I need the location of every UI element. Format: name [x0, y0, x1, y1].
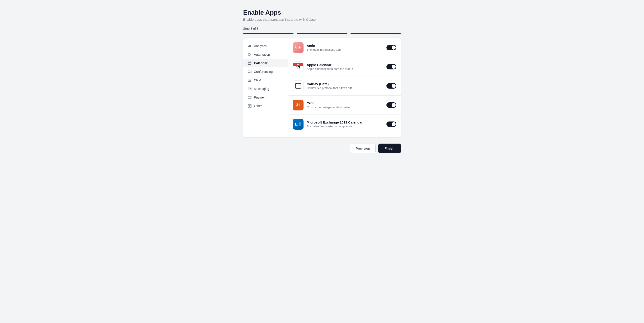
svg-point-6 [250, 55, 251, 56]
grid-icon [248, 104, 252, 108]
payment-icon [248, 95, 252, 100]
amie-icon: Amie [293, 42, 304, 53]
apple-calendar-desc: Apple calendar runs both the macO... [307, 67, 383, 70]
svg-point-4 [250, 53, 251, 54]
exchange-toggle[interactable] [386, 122, 396, 127]
content-area: Amie Amie The joyful productivity app JU… [288, 38, 401, 137]
exchange-icon: E [293, 119, 304, 130]
cron-name: Cron [307, 101, 383, 105]
sidebar-item-analytics-label: Analytics [254, 44, 266, 48]
step-bar-2 [297, 33, 347, 34]
sidebar-item-analytics[interactable]: Analytics [243, 42, 288, 50]
sidebar-item-payment[interactable]: Payment [243, 93, 288, 102]
sidebar: Analytics Automation [243, 38, 288, 137]
caldav-desc: Caldav is a protocol that allows diff... [307, 86, 383, 90]
sidebar-item-conferencing-label: Conferencing [254, 70, 273, 74]
apple-calendar-name: Apple Calendar [307, 63, 383, 67]
amie-info: Amie The joyful productivity app [307, 44, 383, 52]
amie-icon-text: Amie [295, 46, 301, 49]
sidebar-item-other-label: Other [254, 104, 262, 108]
sidebar-item-crm[interactable]: CRM [243, 76, 288, 84]
app-row-caldav: CalDav (Beta) Caldav is a protocol that … [288, 76, 401, 96]
caldav-toggle[interactable] [386, 83, 396, 88]
apple-calendar-info: Apple Calendar Apple calendar runs both … [307, 63, 383, 70]
sidebar-item-messaging-label: Messaging [254, 87, 269, 90]
app-row-exchange: E Microsoft Exchange 2013 Calendar For c… [288, 115, 401, 134]
svg-rect-27 [296, 84, 301, 88]
exchange-name: Microsoft Exchange 2013 Calendar [307, 120, 383, 124]
header: Enable Apps Enable apps that users can i… [243, 9, 401, 22]
svg-rect-25 [248, 106, 250, 108]
cron-icon-text: 31 [296, 103, 300, 107]
amie-toggle[interactable] [386, 45, 396, 50]
sidebar-item-messaging[interactable]: Messaging [243, 84, 288, 93]
svg-text:E: E [295, 122, 298, 126]
sidebar-item-conferencing[interactable]: Conferencing [243, 68, 288, 76]
sidebar-item-payment-label: Payment [254, 96, 266, 99]
cron-desc: Cron is the next-generation calend... [307, 106, 383, 109]
exchange-desc: For calendars hosted on on-premis... [307, 125, 383, 128]
step-label: Step 3 of 3 [243, 27, 401, 30]
page-title: Enable Apps [243, 9, 401, 16]
svg-rect-15 [248, 71, 250, 72]
video-icon [248, 70, 252, 74]
svg-rect-0 [248, 46, 249, 47]
app-row-apple-calendar: JUL 17 Apple Calendar Apple calendar run… [288, 57, 401, 76]
bar-chart-icon [248, 44, 252, 48]
step-bars [243, 33, 401, 34]
crm-icon [248, 78, 252, 82]
step-bar-1 [243, 33, 294, 34]
footer: Prev step Finish [243, 144, 401, 153]
svg-rect-24 [250, 104, 251, 106]
svg-rect-21 [248, 96, 251, 98]
exchange-info: Microsoft Exchange 2013 Calendar For cal… [307, 120, 383, 128]
prev-step-button[interactable]: Prev step [350, 144, 376, 153]
caldav-icon [293, 80, 304, 91]
mail-icon [248, 87, 252, 91]
automation-icon [248, 52, 252, 56]
svg-rect-33 [298, 122, 301, 126]
sidebar-item-crm-label: CRM [254, 78, 261, 82]
svg-rect-11 [248, 62, 251, 65]
svg-rect-23 [248, 104, 250, 106]
svg-rect-1 [249, 45, 250, 47]
sidebar-item-automation[interactable]: Automation [243, 50, 288, 59]
sidebar-item-calendar[interactable]: Calendar [243, 59, 288, 68]
caldav-info: CalDav (Beta) Caldav is a protocol that … [307, 82, 383, 90]
cron-icon: 31 [293, 100, 304, 110]
calendar-icon [248, 61, 252, 65]
step-bar-3 [350, 33, 401, 34]
apple-calendar-toggle[interactable] [386, 64, 396, 70]
step-section: Step 3 of 3 [243, 27, 401, 34]
amie-desc: The joyful productivity app [307, 48, 383, 52]
svg-rect-26 [250, 106, 251, 108]
svg-rect-2 [250, 45, 251, 47]
svg-point-3 [248, 53, 249, 54]
sidebar-item-other[interactable]: Other [243, 102, 288, 110]
amie-name: Amie [307, 44, 383, 48]
page-subtitle: Enable apps that users can integrate wit… [243, 18, 401, 22]
svg-point-5 [248, 55, 249, 56]
finish-button[interactable]: Finish [378, 144, 401, 153]
caldav-name: CalDav (Beta) [307, 82, 383, 86]
cron-toggle[interactable] [386, 102, 396, 108]
sidebar-item-automation-label: Automation [254, 53, 270, 56]
app-row-cron: 31 Cron Cron is the next-generation cale… [288, 96, 401, 115]
page-container: Enable Apps Enable apps that users can i… [243, 9, 401, 153]
cron-info: Cron Cron is the next-generation calend.… [307, 101, 383, 109]
sidebar-item-calendar-label: Calendar [254, 61, 268, 65]
app-row-amie: Amie Amie The joyful productivity app [288, 38, 401, 57]
main-panel: Analytics Automation [243, 38, 401, 137]
apple-calendar-icon: JUL 17 [293, 61, 304, 72]
svg-point-17 [249, 80, 250, 80]
